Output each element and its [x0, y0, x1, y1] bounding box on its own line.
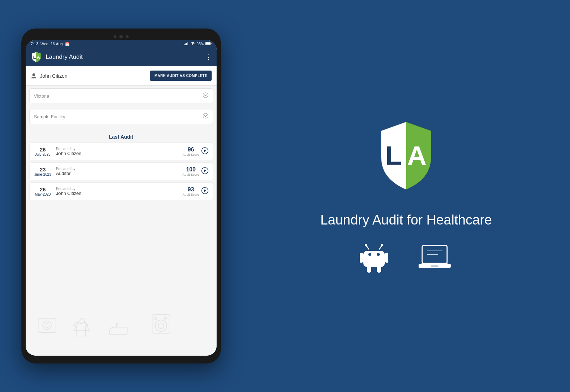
laptop-platform-icon	[417, 244, 452, 272]
svg-rect-6	[211, 43, 212, 44]
platform-icons	[360, 242, 452, 274]
bg-iron-icon	[108, 320, 129, 338]
state-dropdown-value: Victoria	[34, 93, 49, 99]
svg-point-10	[203, 93, 208, 98]
phone-dot-1	[114, 35, 116, 38]
user-row: John Citizen MARK AUDIT AS COMPLETE	[26, 66, 217, 86]
svg-point-11	[203, 113, 208, 118]
svg-rect-37	[367, 266, 371, 273]
audit-date-2: 26 May-2023	[34, 186, 52, 196]
audit-prepared-1: Prepared by Auditor	[52, 167, 182, 176]
status-bar: 7:13 Wed, 16 Aug 📅	[26, 40, 217, 48]
play-icon-2[interactable]	[201, 187, 208, 196]
shield-logo-container: L A	[374, 118, 438, 195]
calendar-icon: 📅	[65, 42, 70, 46]
mark-audit-complete-button[interactable]: MARK AUDIT AS COMPLETE	[150, 71, 212, 81]
svg-rect-40	[385, 253, 388, 263]
facility-dropdown-chevron-icon	[203, 113, 208, 120]
audit-date-0: 26 July-2023	[34, 146, 52, 156]
audit-month-year-2: May-2023	[35, 192, 51, 196]
svg-text:L: L	[385, 140, 402, 170]
state-dropdown-chevron-icon	[203, 92, 208, 99]
svg-line-30	[366, 246, 369, 249]
menu-dots-icon[interactable]: ⋮	[205, 53, 212, 61]
svg-text:L: L	[33, 55, 36, 60]
phone-dot-camera	[119, 35, 123, 38]
score-label-0: Audit Score	[182, 153, 199, 156]
audit-prepared-0: Prepared by John Citizen	[52, 147, 182, 156]
svg-rect-44	[430, 265, 439, 267]
svg-rect-1	[185, 43, 186, 45]
svg-marker-17	[204, 189, 206, 192]
score-block-1: 100 Audit Score	[182, 166, 199, 176]
user-name: John Citizen	[40, 73, 67, 79]
phone-screen: 7:13 Wed, 16 Aug 📅	[26, 40, 217, 356]
status-time: 7:13	[31, 42, 38, 46]
svg-point-20	[45, 323, 49, 327]
svg-marker-13	[204, 149, 206, 152]
svg-rect-3	[187, 42, 188, 45]
prepared-by-name-1: Auditor	[56, 171, 182, 176]
svg-point-36	[377, 253, 380, 256]
svg-point-19	[43, 321, 51, 330]
svg-point-35	[368, 253, 371, 256]
audit-score-area-2: 93 Audit Score	[182, 186, 208, 196]
audit-score-area-0: 96 Audit Score	[182, 146, 208, 156]
svg-rect-25	[154, 317, 157, 319]
state-dropdown[interactable]: Victoria	[29, 88, 213, 103]
audit-item[interactable]: 26 May-2023 Prepared by John Citizen 93 …	[29, 182, 213, 200]
svg-rect-38	[377, 266, 381, 273]
svg-rect-39	[360, 253, 363, 263]
score-block-2: 93 Audit Score	[182, 186, 199, 196]
svg-text:A: A	[407, 140, 426, 170]
audit-day-2: 26	[40, 186, 46, 192]
status-bar-right: 95%	[184, 42, 212, 46]
facility-dropdown[interactable]: Sample Facility	[29, 109, 213, 124]
prepared-by-name-0: John Citizen	[56, 151, 182, 156]
android-platform-icon	[360, 242, 388, 274]
audit-day-0: 26	[40, 146, 46, 153]
audit-month-year-1: June-2023	[34, 172, 51, 176]
play-icon-0[interactable]	[201, 147, 208, 156]
facility-dropdown-value: Sample Facility	[34, 114, 65, 119]
phone-dot-3	[126, 35, 129, 38]
audit-score-area-1: 100 Audit Score	[182, 166, 208, 176]
svg-text:A: A	[37, 55, 40, 60]
app-name-large: Laundry Audit for Healthcare	[320, 212, 492, 228]
app-header: L A Laundry Audit ⋮	[26, 48, 217, 66]
svg-point-24	[158, 323, 164, 329]
wifi-icon	[190, 42, 195, 46]
svg-line-32	[379, 246, 382, 249]
svg-point-31	[365, 244, 367, 246]
score-label-2: Audit Score	[182, 193, 199, 196]
android-icon	[360, 242, 388, 274]
shield-logo-large: L A	[374, 118, 438, 193]
bg-washer-icon	[150, 313, 172, 334]
svg-point-26	[164, 317, 166, 319]
svg-rect-0	[184, 44, 185, 45]
status-bar-left: 7:13 Wed, 16 Aug 📅	[31, 42, 70, 46]
audit-day-1: 23	[40, 166, 46, 172]
svg-point-23	[155, 320, 167, 331]
laptop-icon	[417, 244, 452, 272]
audit-item[interactable]: 23 June-2023 Prepared by Auditor 100 Aud…	[29, 163, 213, 180]
app-logo-icon: L A	[31, 51, 42, 63]
app-title: Laundry Audit	[46, 53, 83, 61]
score-value-2: 93	[182, 186, 199, 193]
svg-rect-2	[186, 43, 187, 45]
last-audit-title: Last Audit	[29, 130, 213, 143]
svg-rect-5	[206, 42, 210, 45]
prepared-by-label-2: Prepared by	[56, 187, 182, 191]
prepared-by-label-1: Prepared by	[56, 167, 182, 171]
last-audit-section: Last Audit 26 July-2023 Prepared by John…	[29, 130, 213, 202]
score-label-1: Audit Score	[182, 173, 199, 176]
bg-hanger-icon	[72, 316, 90, 338]
battery-percentage: 95%	[197, 42, 204, 46]
app-header-left: L A Laundry Audit	[31, 51, 83, 63]
score-block-0: 96 Audit Score	[182, 146, 199, 156]
audit-date-1: 23 June-2023	[34, 166, 52, 176]
audit-item[interactable]: 26 July-2023 Prepared by John Citizen 96…	[29, 143, 213, 160]
svg-marker-15	[204, 169, 206, 172]
play-icon-1[interactable]	[201, 167, 208, 176]
svg-point-33	[381, 244, 383, 246]
